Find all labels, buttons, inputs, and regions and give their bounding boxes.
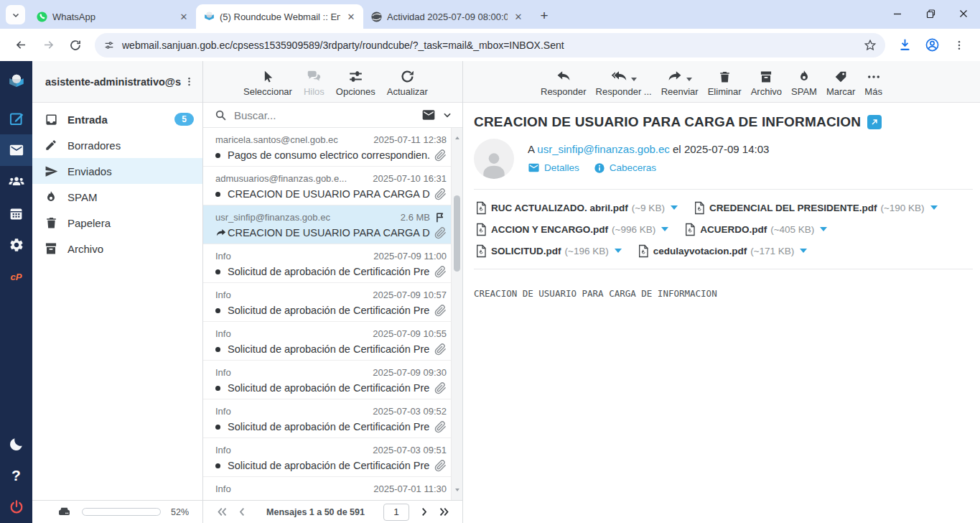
reload-button[interactable] [64, 34, 87, 57]
list-button-hilos[interactable]: Hilos [304, 67, 325, 97]
attachment-menu-caret-icon[interactable] [615, 249, 622, 253]
minimize-button[interactable] [881, 0, 914, 27]
last-page-button[interactable] [434, 506, 454, 518]
sidebar-item-papelera[interactable]: Papelera [32, 210, 202, 236]
attachment-item[interactable]: SOLICITUD.pdf(~196 KB) [475, 242, 622, 259]
tab-close-icon[interactable]: ✕ [177, 10, 190, 23]
message-button-responder[interactable]: Responder ... [596, 67, 652, 97]
dropdown-caret-icon[interactable] [631, 78, 637, 81]
list-scrollbar[interactable] [451, 128, 462, 500]
attachment-name[interactable]: RUC ACTUALIZADO. abril.pdf [491, 203, 628, 213]
message-row[interactable]: Info2025-07-03 09:51Solicitud de aprobac… [203, 438, 451, 477]
list-button-actualizar[interactable]: Actualizar [387, 67, 428, 97]
new-tab-button[interactable]: + [535, 6, 554, 25]
message-row[interactable]: admusuarios@finanzas.gob.e...2025-07-10 … [203, 167, 451, 205]
scroll-down-icon[interactable] [452, 484, 462, 496]
sidebar-item-spam[interactable]: SPAM [32, 184, 202, 210]
message-button-archivo[interactable]: Archivo [751, 67, 782, 97]
attachment-item[interactable]: cedulayvotacion.pdf(~171 KB) [638, 242, 808, 259]
toolbar-label: Hilos [304, 86, 325, 97]
sidebar-item-enviados[interactable]: Enviados [32, 158, 202, 184]
address-bar[interactable]: webmail.sanjuan.gob.ec/cpsess1535909589/… [95, 33, 885, 57]
message-row[interactable]: Info2025-07-09 10:55Solicitud de aprobac… [203, 322, 451, 361]
message-date: 2025-07-09 10:57 [373, 290, 447, 300]
browser-tab-2[interactable]: Actividad 2025-07-09 08:00:00✕ [363, 4, 531, 29]
message-row[interactable]: usr_sinfip@finanzas.gob.ec2.6 MBCREACION… [203, 205, 451, 244]
sidebar-item-entrada[interactable]: Entrada5 [32, 106, 202, 132]
tab-search-button[interactable] [6, 5, 25, 24]
fire-icon [797, 69, 811, 84]
message-button-eliminar[interactable]: Eliminar [708, 67, 742, 97]
scroll-up-icon[interactable] [452, 132, 462, 144]
flag-icon[interactable] [434, 211, 447, 223]
tab-close-icon[interactable]: ✕ [512, 10, 525, 23]
dark-mode-toggle[interactable] [0, 428, 32, 460]
message-row[interactable]: Info2025-07-03 09:52Solicitud de aprobac… [203, 399, 451, 438]
tab-close-icon[interactable]: ✕ [345, 10, 358, 23]
attachment-item[interactable]: ACCION Y ENCARGO.pdf(~996 KB) [475, 221, 668, 238]
message-row[interactable]: Info2025-07-09 11:00Solicitud de aprobac… [203, 244, 451, 283]
message-row[interactable]: Info2025-07-09 09:30Solicitud de aprobac… [203, 361, 451, 399]
message-row[interactable]: Info2025-07-09 10:57Solicitud de aprobac… [203, 283, 451, 322]
next-page-button[interactable] [414, 506, 434, 518]
rail-cpanel-button[interactable]: cP [0, 261, 32, 292]
download-icon[interactable] [893, 34, 916, 57]
browser-tab-0[interactable]: WhatsApp✕ [29, 4, 196, 29]
dropdown-caret-icon[interactable] [686, 78, 692, 81]
rail-compose-button[interactable] [0, 103, 32, 134]
attachment-menu-caret-icon[interactable] [661, 227, 668, 231]
rail-settings-button[interactable] [0, 229, 32, 261]
attachment-menu-caret-icon[interactable] [800, 249, 807, 253]
account-menu-icon[interactable] [181, 76, 197, 87]
open-in-new-window-icon[interactable] [867, 115, 882, 129]
sidebar-item-borradores[interactable]: Borradores [32, 132, 202, 158]
attachment-name[interactable]: SOLICITUD.pdf [491, 246, 561, 256]
message-button-ms[interactable]: Más [864, 67, 882, 97]
restore-button[interactable] [914, 0, 947, 27]
browser-menu-icon[interactable] [948, 34, 971, 57]
logout-button[interactable] [0, 491, 32, 523]
attachment-menu-caret-icon[interactable] [820, 227, 827, 231]
rail-mail-button[interactable] [0, 134, 32, 166]
message-button-spam[interactable]: SPAM [791, 67, 817, 97]
rail-contacts-button[interactable] [0, 166, 32, 198]
attachment-menu-caret-icon[interactable] [671, 205, 678, 210]
sidebar-item-archivo[interactable]: Archivo [32, 236, 202, 262]
scrollbar-thumb[interactable] [454, 195, 460, 272]
search-input[interactable] [234, 109, 421, 121]
attachment-name[interactable]: cedulayvotacion.pdf [653, 246, 747, 256]
attachment-name[interactable]: ACCION Y ENCARGO.pdf [491, 224, 608, 235]
search-options-chevron-icon[interactable] [442, 110, 452, 120]
attachment-name[interactable]: ACUERDO.pdf [700, 224, 767, 235]
attachment-item[interactable]: ACUERDO.pdf(~405 KB) [684, 221, 827, 238]
attachment-item[interactable]: CREDENCIAL DEL PRESIDENTE.pdf(~190 KB) [694, 199, 938, 216]
bookmark-star-icon[interactable] [864, 39, 877, 52]
close-window-button[interactable] [947, 0, 980, 27]
details-toggle[interactable]: Detalles [528, 162, 579, 174]
first-page-button[interactable] [212, 506, 232, 518]
sent-label: el [673, 143, 681, 155]
search-scope-envelope-icon[interactable] [421, 108, 436, 122]
site-settings-icon[interactable] [103, 40, 115, 51]
message-row[interactable]: Info2025-07-01 11:30 [203, 477, 451, 500]
message-button-reenviar[interactable]: Reenviar [661, 67, 699, 97]
back-button[interactable] [9, 34, 32, 57]
attachment-item[interactable]: RUC ACTUALIZADO. abril.pdf(~9 KB) [475, 199, 678, 216]
profile-icon[interactable] [920, 34, 943, 57]
attachment-name[interactable]: CREDENCIAL DEL PRESIDENTE.pdf [709, 203, 877, 213]
recipient-email-link[interactable]: usr_sinfip@finanzas.gob.ec [537, 143, 670, 155]
message-row[interactable]: maricela.santos@cnel.gob.ec2025-07-11 12… [203, 128, 451, 167]
help-button[interactable]: ? [0, 460, 32, 491]
page-number-input[interactable] [383, 504, 409, 521]
rail-calendar-button[interactable] [0, 198, 32, 229]
message-button-responder[interactable]: Responder [541, 67, 587, 97]
prev-page-button[interactable] [232, 506, 252, 518]
list-button-opciones[interactable]: Opciones [336, 67, 375, 97]
browser-tab-1[interactable]: (5) Roundcube Webmail :: Envia✕ [196, 4, 363, 29]
headers-toggle[interactable]: Cabeceras [594, 162, 656, 174]
attachment-menu-caret-icon[interactable] [930, 205, 938, 210]
list-button-seleccionar[interactable]: Seleccionar [243, 67, 292, 97]
message-button-marcar[interactable]: Marcar [826, 67, 855, 97]
url-text[interactable]: webmail.sanjuan.gob.ec/cpsess1535909589/… [122, 40, 864, 51]
forward-button[interactable] [37, 34, 60, 57]
